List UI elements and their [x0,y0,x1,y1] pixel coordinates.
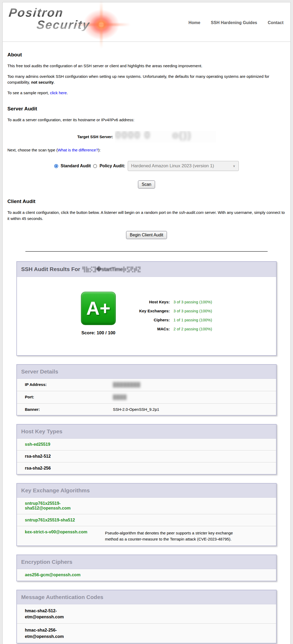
target-server-input[interactable]: 0000 0 o()) [115,131,216,143]
nav-contact[interactable]: Contact [268,20,283,25]
algorithm-name: ssh-ed25519 [25,442,50,447]
algorithm-name: hmac-sha2-256-etm@openssh.com [25,627,88,639]
nav-ssh-hardening-guides[interactable]: SSH Hardening Guides [211,20,257,25]
stat-key-exchanges: Key Exchanges: 3 of 3 passing (100%) [130,309,212,313]
target-server-label: Target SSH Server: [77,134,113,139]
table-row: IP Address: ████████ [17,379,276,391]
stat-ciphers: Ciphers: 1 of 1 passing (100%) [130,318,212,322]
macs-header: Message Authentication Codes [17,590,276,604]
row-label: IP Address: [25,382,113,388]
list-item: rsa-sha2-512 [17,450,276,462]
client-audit-heading: Client Audit [7,199,286,204]
list-item: aes256-gcm@openssh.com [17,569,276,581]
list-item: hmac-sha2-256-etm@openssh.com [17,623,276,643]
algorithm-name: aes256-gcm@openssh.com [25,573,80,577]
chevron-down-icon: ∨ [233,164,235,168]
scan-type-row: Standard Audit Policy Audit: Hardened Am… [7,161,286,171]
list-item: sntrup761x25519-sha512 [17,514,276,526]
policy-select-value: Hardened Amazon Linux 2023 (version 1) [131,163,214,169]
results-panels: SSH Audit Results For⢻⣷⡪⣹�startTime⡷⣫⢟⡾⣝… [3,261,290,643]
list-item: rsa-sha2-256 [17,462,276,474]
server-details-panel: Server Details IP Address: ████████ Port… [16,364,277,416]
algorithm-name: sntrup761x25519-sha512 [25,518,96,523]
algorithm-name: rsa-sha2-256 [25,466,51,470]
key-exchange-panel: Key Exchange Algorithms sntrup761x25519-… [16,483,277,546]
list-item: ssh-ed25519 [17,438,276,450]
server-details-rows: IP Address: ████████ Port: ████ Banner: … [17,379,276,415]
redacted-input-content: 0000 0 o()) [115,131,192,141]
sample-report-text: To see a sample report, [7,91,50,95]
key-exchange-header: Key Exchange Algorithms [17,484,276,497]
stat-value: 1 of 1 passing (100%) [173,318,212,322]
row-label: Port: [25,395,113,400]
policy-audit-label[interactable]: Policy Audit: [99,164,125,168]
begin-client-audit-button[interactable]: Begin Client Audit [126,231,167,239]
about-paragraph-1: This free tool audits the configuration … [7,63,286,69]
encryption-ciphers-header: Encryption Ciphers [17,555,276,569]
policy-audit-radio[interactable] [93,164,97,168]
scan-type-difference-link[interactable]: What is the difference? [58,148,98,152]
algorithm-note [105,501,272,511]
stat-label: Key Exchanges: [130,309,170,313]
scan-type-paragraph: Next, choose the scan type (What is the … [7,147,286,153]
policy-select[interactable]: Hardened Amazon Linux 2023 (version 1) ∨ [128,161,239,171]
client-audit-text: To audit a client configuration, click t… [7,210,179,215]
positron-security-logo[interactable]: Positron Security [10,7,134,40]
redacted-port-value: ████ [113,395,127,400]
nav-home[interactable]: Home [189,20,200,25]
standard-audit-label[interactable]: Standard Audit [61,164,91,168]
scan-type-text: Next, choose the scan type ( [7,148,58,152]
stat-host-keys: Host Keys: 3 of 3 passing (100%) [130,300,212,304]
logo-text: Positron Security [7,7,134,31]
ssh-audit-results-panel: SSH Audit Results For⢻⣷⡪⣹�startTime⡷⣫⢟⡾⣝… [16,261,277,356]
row-label: Banner: [25,407,113,412]
algorithm-note [105,518,272,523]
main-card: Positron Security Home SSH Hardening Gui… [2,2,291,644]
table-row: Port: ████ [17,391,276,403]
cipher-rows: aes256-gcm@openssh.com [17,569,276,581]
stat-label: Host Keys: [130,300,170,304]
results-panel-header: SSH Audit Results For⢻⣷⡪⣹�startTime⡷⣫⢟⡾⣝ [17,262,276,277]
about-heading: About [7,52,286,58]
list-item: kex-strict-s-v00@openssh.com Pseudo-algo… [17,526,276,546]
list-item: hmac-sha2-512-etm@openssh.com [17,604,276,623]
main-nav: Home SSH Hardening Guides Contact [189,20,283,25]
encryption-ciphers-panel: Encryption Ciphers aes256-gcm@openssh.co… [16,555,277,581]
site-header: Positron Security Home SSH Hardening Gui… [3,2,290,42]
redacted-ip-value: ████████ [113,382,140,388]
score-label: Score: 100 / 100 [81,330,116,336]
about-p2-bold: not security [31,80,54,84]
grade-badge: A+ [81,292,116,325]
list-item: sntrup761x25519-sha512@openssh.com [17,497,276,514]
logo-line2: Security [7,19,132,31]
algorithm-name: kex-strict-s-v00@openssh.com [25,530,96,542]
stat-value: 3 of 3 passing (100%) [173,309,212,313]
results-title: SSH Audit Results For [21,266,80,272]
stat-value: 3 of 3 passing (100%) [173,300,212,304]
stat-label: Ciphers: [130,318,170,322]
standard-audit-radio[interactable] [54,164,58,168]
about-p2-period: . [54,80,55,84]
table-row: Banner: SSH-2.0-OpenSSH_9.2p1 [17,403,276,415]
stat-label: MACs: [130,327,170,331]
sample-report-link[interactable]: click here [50,91,67,95]
about-paragraph-2: Too many admins overlook SSH configurati… [7,74,286,85]
about-paragraph-3: To see a sample report, click here. [7,90,286,96]
scan-button[interactable]: Scan [138,181,155,188]
section-divider [25,251,267,252]
results-body: A+ Score: 100 / 100 Host Keys: 3 of 3 pa… [17,277,276,355]
host-key-rows: ssh-ed25519 rsa-sha2-512 rsa-sha2-256 [17,438,276,474]
content: About This free tool audits the configur… [3,52,290,252]
client-audit-paragraph: To audit a client configuration, click t… [7,210,286,222]
key-exchange-rows: sntrup761x25519-sha512@openssh.com sntru… [17,497,276,546]
sample-report-period: . [67,91,68,95]
banner-value: SSH-2.0-OpenSSH_9.2p1 [113,407,159,412]
stats-column: Host Keys: 3 of 3 passing (100%) Key Exc… [130,300,212,336]
mac-rows: hmac-sha2-512-etm@openssh.com hmac-sha2-… [17,604,276,643]
grade-column: A+ Score: 100 / 100 [81,292,116,336]
stat-macs: MACs: 2 of 2 passing (100%) [130,327,212,331]
host-key-types-header: Host Key Types [17,425,276,438]
stat-value: 2 of 2 passing (100%) [173,327,212,331]
macs-panel: Message Authentication Codes hmac-sha2-5… [16,590,277,643]
target-server-row: Target SSH Server: 0000 0 o()) [7,131,286,143]
